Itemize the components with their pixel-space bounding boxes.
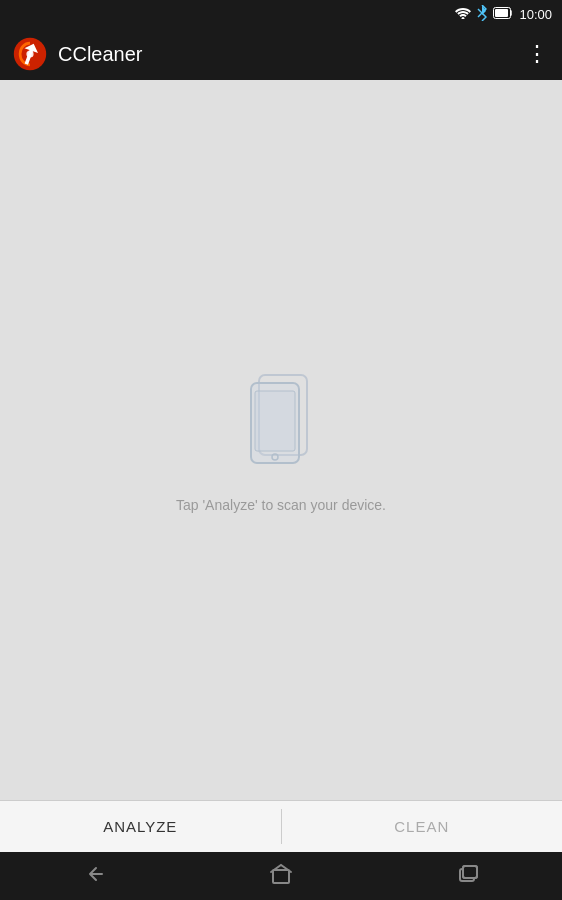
back-nav-icon[interactable] [82, 862, 106, 891]
status-time: 10:00 [519, 7, 552, 22]
wifi-icon [455, 7, 471, 21]
status-bar: 10:00 [0, 0, 562, 28]
app-title: CCleaner [58, 43, 526, 66]
bluetooth-icon [477, 5, 487, 23]
device-illustration [241, 367, 321, 481]
top-bar: CCleaner ⋮ [0, 28, 562, 80]
svg-rect-7 [255, 391, 295, 451]
home-nav-icon[interactable] [269, 862, 293, 891]
svg-rect-11 [463, 866, 477, 878]
menu-button[interactable]: ⋮ [526, 41, 550, 67]
svg-point-4 [26, 50, 33, 57]
analyze-button[interactable]: ANALYZE [0, 801, 281, 852]
main-content: Tap 'Analyze' to scan your device. [0, 80, 562, 800]
battery-icon [493, 7, 513, 21]
recents-nav-icon[interactable] [456, 862, 480, 891]
svg-rect-2 [495, 9, 508, 17]
nav-bar [0, 852, 562, 900]
svg-rect-9 [273, 870, 289, 883]
app-logo [12, 36, 48, 72]
bottom-action-bar: ANALYZE CLEAN [0, 800, 562, 852]
clean-button[interactable]: CLEAN [282, 801, 563, 852]
scan-hint: Tap 'Analyze' to scan your device. [176, 497, 386, 513]
svg-point-0 [462, 17, 465, 19]
